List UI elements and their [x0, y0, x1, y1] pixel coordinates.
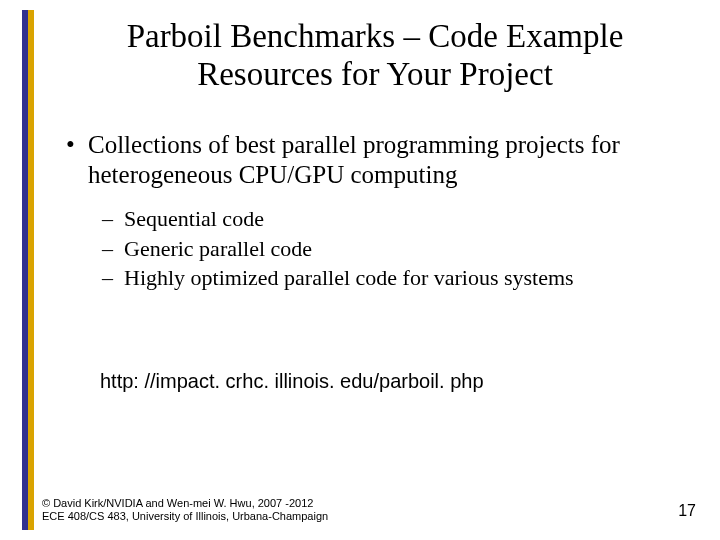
sub-bullet: Highly optimized parallel code for vario…	[102, 263, 690, 293]
footer: © David Kirk/NVIDIA and Wen-mei W. Hwu, …	[42, 497, 328, 525]
footer-line-2: ECE 408/CS 483, University of Illinois, …	[42, 510, 328, 522]
slide-body: Collections of best parallel programming…	[60, 130, 690, 293]
sub-bullet: Generic parallel code	[102, 234, 690, 264]
title-line-1: Parboil Benchmarks – Code Example	[127, 18, 624, 54]
accent-stripe-gold	[28, 10, 34, 530]
sub-bullet: Sequential code	[102, 204, 690, 234]
bullet-main: Collections of best parallel programming…	[60, 130, 690, 190]
slide: Parboil Benchmarks – Code Example Resour…	[0, 0, 720, 540]
page-number: 17	[678, 502, 696, 520]
sub-bullet-list: Sequential code Generic parallel code Hi…	[102, 204, 690, 293]
slide-title: Parboil Benchmarks – Code Example Resour…	[60, 18, 690, 94]
reference-url: http: //impact. crhc. illinois. edu/parb…	[100, 370, 484, 393]
title-line-2: Resources for Your Project	[197, 56, 553, 92]
footer-line-1: © David Kirk/NVIDIA and Wen-mei W. Hwu, …	[42, 497, 313, 509]
